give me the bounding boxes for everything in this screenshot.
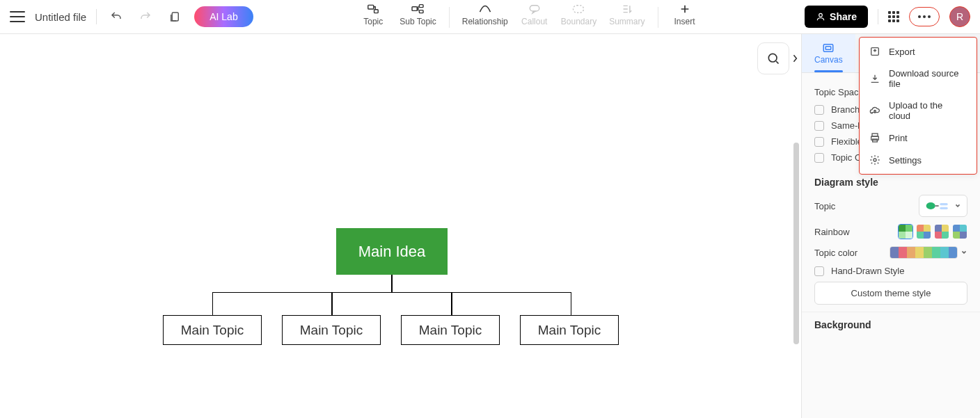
connector: [212, 292, 332, 315]
tool-summary: Summary: [609, 3, 645, 26]
download-icon: [869, 73, 880, 84]
menu-download[interactable]: Download source file: [860, 63, 977, 95]
topic-style-dropdown[interactable]: [919, 195, 967, 217]
svg-rect-16: [824, 44, 834, 51]
check-hand-drawn[interactable]: Hand-Drawn Style: [814, 266, 967, 276]
tool-boundary: Boundary: [561, 3, 596, 26]
divider: [878, 9, 878, 24]
svg-rect-0: [172, 13, 178, 21]
menu-label: Settings: [889, 155, 922, 166]
tool-label: Insert: [674, 17, 695, 26]
clipboard-icon[interactable]: [165, 7, 184, 26]
file-title[interactable]: Untitled file: [35, 11, 86, 23]
more-menu-button[interactable]: [909, 7, 940, 26]
topic-node[interactable]: Main Topic: [163, 315, 262, 345]
menu-label: Print: [889, 133, 908, 143]
svg-rect-3: [412, 7, 417, 11]
tool-label: Relationship: [462, 17, 508, 26]
topic-node[interactable]: Main Topic: [401, 315, 500, 345]
svg-point-19: [926, 202, 935, 209]
tool-label: Boundary: [561, 17, 596, 26]
tool-subtopic[interactable]: Sub Topic: [400, 3, 436, 26]
cloud-upload-icon: [869, 105, 880, 116]
tool-label: Callout: [521, 17, 547, 26]
rainbow-swatches: [898, 224, 967, 239]
more-dropdown: Export Download source file Upload to th…: [859, 37, 977, 175]
color-strip[interactable]: [890, 246, 958, 259]
menu-label: Export: [889, 47, 915, 57]
connector: [332, 292, 452, 315]
menu-settings[interactable]: Settings: [860, 149, 977, 171]
swatch[interactable]: [952, 224, 967, 239]
app-header: Untitled file AI Lab Topic Sub Topic Rel…: [0, 0, 980, 34]
print-icon: [869, 132, 880, 143]
svg-rect-7: [574, 6, 584, 13]
tool-callout: Callout: [521, 3, 548, 26]
svg-rect-4: [420, 5, 424, 8]
chevron-down-icon[interactable]: [961, 249, 967, 256]
tool-label: Summary: [609, 17, 645, 26]
topic-label: Topic: [814, 201, 835, 211]
share-button[interactable]: Share: [805, 6, 868, 28]
scrollbar[interactable]: [793, 143, 799, 344]
main-idea-node[interactable]: Main Idea: [336, 228, 448, 275]
menu-upload[interactable]: Upload to the cloud: [860, 95, 977, 127]
canvas[interactable]: Main Idea Main Topic Main Topic Main Top…: [0, 34, 801, 418]
menu-label: Download source file: [889, 68, 967, 89]
menu-label: Upload to the cloud: [889, 100, 967, 121]
rainbow-label: Rainbow: [814, 227, 850, 237]
header-right: Share R: [805, 6, 970, 28]
tool-topic[interactable]: Topic: [359, 3, 387, 26]
menu-export[interactable]: Export: [860, 40, 977, 63]
divider: [658, 7, 658, 28]
section-background: Background: [802, 312, 980, 344]
tool-label: Sub Topic: [400, 17, 436, 26]
redo-button[interactable]: [136, 7, 155, 26]
connector: [391, 275, 393, 293]
toolbar: Topic Sub Topic Relationship Callout Bou…: [253, 0, 805, 33]
tool-relationship[interactable]: Relationship: [462, 3, 508, 26]
tab-canvas[interactable]: Canvas: [802, 34, 855, 72]
header-left: Untitled file AI Lab: [10, 6, 253, 27]
svg-rect-2: [374, 10, 379, 13]
apps-icon[interactable]: [888, 11, 899, 22]
avatar[interactable]: R: [949, 6, 970, 27]
topic-color-label: Topic color: [814, 248, 858, 258]
svg-point-26: [874, 159, 876, 161]
topic-node[interactable]: Main Topic: [520, 315, 619, 345]
svg-rect-5: [420, 10, 424, 13]
section-title: Diagram style: [814, 177, 967, 188]
connector: [452, 292, 571, 315]
tool-label: Topic: [363, 17, 383, 26]
svg-rect-21: [940, 207, 947, 209]
svg-rect-17: [826, 46, 832, 49]
tool-insert[interactable]: Insert: [671, 3, 699, 26]
divider: [96, 9, 97, 24]
svg-rect-6: [530, 6, 539, 11]
custom-theme-button[interactable]: Custom theme style: [814, 282, 967, 305]
svg-point-8: [819, 13, 823, 17]
share-label: Share: [830, 11, 857, 22]
svg-point-15: [768, 54, 777, 62]
swatch[interactable]: [916, 224, 931, 239]
topic-node[interactable]: Main Topic: [282, 315, 381, 345]
section-title: Background: [814, 319, 967, 330]
menu-icon[interactable]: [10, 11, 25, 22]
svg-rect-1: [368, 5, 374, 9]
chevron-down-icon: [954, 202, 961, 209]
swatch[interactable]: [934, 224, 949, 239]
search-button[interactable]: [757, 42, 789, 74]
divider: [449, 7, 450, 28]
export-icon: [869, 46, 880, 57]
tab-label: Canvas: [814, 55, 843, 65]
ai-lab-button[interactable]: AI Lab: [194, 6, 253, 27]
panel-collapse-button[interactable]: [789, 42, 801, 74]
svg-rect-20: [940, 203, 947, 205]
menu-print[interactable]: Print: [860, 127, 977, 149]
gear-icon: [869, 154, 880, 166]
section-diagram-style: Diagram style Topic Rainbow Topic color: [802, 170, 980, 312]
undo-button[interactable]: [106, 7, 126, 26]
swatch[interactable]: [898, 224, 913, 239]
check-label: Hand-Drawn Style: [831, 266, 905, 276]
